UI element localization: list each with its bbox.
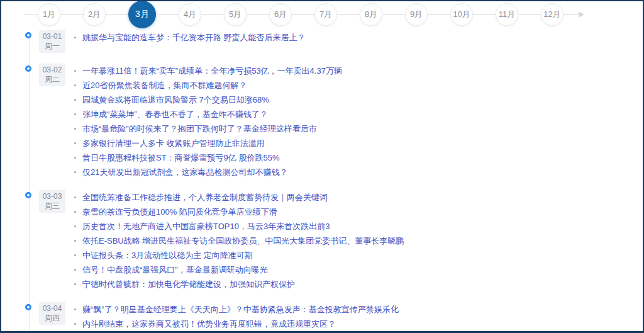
timeline-node-icon [25, 32, 31, 38]
news-item[interactable]: 园城黄金或将面临退市风险警示 7个交易日却涨68% [74, 93, 643, 107]
bullet-icon [74, 196, 76, 198]
timeline-connector-line [428, 14, 450, 15]
bullet-icon [74, 70, 76, 72]
weekday-label: 周二 [40, 75, 64, 84]
month-tab-5[interactable]: 5月 [224, 3, 247, 26]
app-window: 1月2月3月4月5月6月7月8月9月10月11月12月 03-01周一姚振华与宝… [0, 0, 644, 333]
bullet-icon [74, 323, 76, 325]
news-day-group: 03-01周一姚振华与宝能的造车梦：千亿资本开路 野蛮人能否后来居上？ [1, 30, 643, 53]
news-headline-link[interactable]: 仅21天研发出新冠试剂盒，这家毒品检测公司却不赚钱？ [82, 167, 287, 178]
bullet-icon [74, 113, 76, 115]
news-headline-link[interactable]: 一年暴涨11倍！蔚来“卖车”成绩单：全年净亏损53亿，一年卖出4.37万辆 [82, 65, 342, 77]
month-tab-4[interactable]: 4月 [179, 3, 201, 26]
news-item-list: 一年暴涨11倍！蔚来“卖车”成绩单：全年净亏损53亿，一年卖出4.37万辆近20… [74, 64, 643, 179]
bullet-icon [74, 269, 76, 271]
news-item[interactable]: 历史首次！无地产商进入中国富豪榜TOP10，马云3年来首次跌出前3 [74, 219, 643, 234]
month-tab-2[interactable]: 2月 [83, 3, 106, 26]
timeline-connector-line [60, 14, 83, 15]
bullet-icon [74, 37, 76, 38]
timeline-connector-line [201, 14, 224, 15]
timeline-connector-line [473, 14, 496, 15]
news-item[interactable]: 内斗刚结束，这家券商又被罚！优势业务再度犯错，竟成违规重灾区？ [74, 317, 643, 331]
date-label: 03-04 [40, 304, 64, 313]
month-tab-10[interactable]: 10月 [450, 3, 473, 26]
news-item[interactable]: 赚“飘”了？明星基金经理要上《天天向上》？中基协紧急发声：基金投教宣传严禁娱乐化 [74, 302, 643, 317]
month-tab-11[interactable]: 11月 [496, 3, 518, 26]
news-headline-link[interactable]: 信号！中盘股成“最强风口”，基金最新调研动向曝光 [82, 264, 268, 276]
news-headline-link[interactable]: 多家银行清理一人多卡 收紧账户管理防止非法滥用 [82, 138, 265, 149]
timeline-connector-line [106, 14, 128, 15]
month-tab-6[interactable]: 6月 [269, 3, 292, 26]
news-item[interactable]: 奈雪的茶连亏负债超100% 陷同质化竞争单店业绩下滑 [74, 205, 643, 219]
news-item[interactable]: 一年暴涨11倍！蔚来“卖车”成绩单：全年净亏损53亿，一年卖出4.37万辆 [74, 64, 643, 78]
bullet-icon [74, 128, 76, 130]
timeline-node-icon [25, 192, 31, 198]
news-item[interactable]: 中证报头条：3月流动性以稳为主 定向降准可期 [74, 248, 643, 262]
month-tab-12[interactable]: 12月 [541, 3, 564, 26]
news-headline-link[interactable]: 奈雪的茶连亏负债超100% 陷同质化竞争单店业绩下滑 [82, 206, 277, 218]
news-item[interactable]: 市场“最危险”的时候来了？抱团下跌何时了？基金经理这样看后市 [74, 121, 643, 136]
month-tab-1[interactable]: 1月 [38, 3, 60, 26]
bullet-icon [74, 171, 76, 173]
news-headline-link[interactable]: 赚“飘”了？明星基金经理要上《天天向上》？中基协紧急发声：基金投教宣传严禁娱乐化 [82, 304, 399, 315]
bullet-icon [74, 225, 76, 227]
news-headline-link[interactable]: 姚振华与宝能的造车梦：千亿资本开路 野蛮人能否后来居上？ [82, 32, 306, 43]
bullet-icon [74, 157, 76, 159]
news-item[interactable]: 全国统筹准备工作稳步推进，个人养老金制度蓄势待发｜两会关键词 [74, 190, 643, 205]
news-item[interactable]: 近20省份聚焦装备制造，集而不群难题何解？ [74, 78, 643, 93]
bullet-icon [74, 84, 76, 86]
news-item[interactable]: 宁德时代曾毓群：加快电化学储能建设，加强知识产权保护 [74, 277, 643, 291]
date-badge: 03-01周一 [39, 30, 65, 53]
news-headline-link[interactable]: 中证报头条：3月流动性以稳为主 定向降准可期 [82, 250, 253, 261]
date-label: 03-02 [40, 65, 64, 75]
news-day-group: 03-04周四赚“飘”了？明星基金经理要上《天天向上》？中基协紧急发声：基金投教… [1, 302, 643, 333]
news-headline-link[interactable]: 内斗刚结束，这家券商又被罚！优势业务再度犯错，竟成违规重灾区？ [82, 319, 336, 330]
date-badge: 03-03周三 [39, 190, 65, 213]
news-headline-link[interactable]: 依托E-SBU战略 增进民生福祉专访全国政协委员、中国光大集团党委书记、董事长李… [82, 235, 404, 247]
news-headline-link[interactable]: 张坤成“菜菜坤”、春春也不香了，基金咋不赚钱了？ [82, 109, 268, 120]
weekday-label: 周一 [40, 42, 64, 51]
date-label: 03-01 [40, 32, 64, 42]
timeline-node-icon [25, 65, 31, 72]
date-badge: 03-04周四 [39, 302, 65, 325]
news-day-group: 03-02周二一年暴涨11倍！蔚来“卖车”成绩单：全年净亏损53亿，一年卖出4.… [1, 64, 643, 179]
bullet-icon [74, 211, 76, 213]
news-item[interactable]: 仅21天研发出新冠试剂盒，这家毒品检测公司却不赚钱？ [74, 165, 643, 179]
timeline-connector-line [247, 14, 269, 15]
weekday-label: 周四 [40, 313, 64, 323]
news-groups: 03-01周一姚振华与宝能的造车梦：千亿资本开路 野蛮人能否后来居上？03-02… [1, 30, 643, 333]
news-headline-link[interactable]: 市场“最危险”的时候来了？抱团下跌何时了？基金经理这样看后市 [82, 123, 317, 135]
weekday-label: 周三 [40, 201, 64, 211]
timeline-leading-line [24, 14, 38, 15]
news-timeline: 03-01周一姚振华与宝能的造车梦：千亿资本开路 野蛮人能否后来居上？03-02… [1, 28, 643, 332]
bullet-icon [74, 308, 76, 310]
news-headline-link[interactable]: 园城黄金或将面临退市风险警示 7个交易日却涨68% [82, 94, 269, 106]
news-headline-link[interactable]: 历史首次！无地产商进入中国富豪榜TOP10，马云3年来首次跌出前3 [82, 221, 330, 232]
news-item[interactable]: 信号！中盘股成“最强风口”，基金最新调研动向曝光 [74, 262, 643, 277]
month-tab-3-selected[interactable]: 3月 [128, 1, 156, 28]
date-badge: 03-02周二 [39, 64, 65, 86]
news-item[interactable]: 昔日牛股惠程科技被ST：商誉爆雷预亏9亿 股价跌55% [74, 150, 643, 165]
month-tab-9[interactable]: 9月 [405, 3, 428, 26]
bullet-icon [74, 99, 76, 101]
news-item[interactable]: 多家银行清理一人多卡 收紧账户管理防止非法滥用 [74, 136, 643, 150]
timeline-connector-line [518, 14, 541, 15]
month-timeline: 1月2月3月4月5月6月7月8月9月10月11月12月 [1, 1, 643, 28]
timeline-connector-line [337, 14, 360, 15]
month-tab-7[interactable]: 7月 [314, 3, 337, 26]
news-item-list: 全国统筹准备工作稳步推进，个人养老金制度蓄势待发｜两会关键词奈雪的茶连亏负债超1… [74, 190, 643, 291]
news-item-list: 姚振华与宝能的造车梦：千亿资本开路 野蛮人能否后来居上？ [74, 30, 643, 45]
next-months-arrow-icon[interactable] [579, 11, 584, 18]
news-headline-link[interactable]: 近20省份聚焦装备制造，集而不群难题何解？ [82, 80, 247, 91]
news-headline-link[interactable]: 宁德时代曾毓群：加快电化学储能建设，加强知识产权保护 [82, 279, 295, 290]
month-tab-8[interactable]: 8月 [360, 3, 382, 26]
bullet-icon [74, 240, 76, 242]
news-item[interactable]: 依托E-SBU战略 增进民生福祉专访全国政协委员、中国光大集团党委书记、董事长李… [74, 234, 643, 248]
date-label: 03-03 [40, 192, 64, 201]
news-item[interactable]: 张坤成“菜菜坤”、春春也不香了，基金咋不赚钱了？ [74, 107, 643, 121]
news-item[interactable]: 姚振华与宝能的造车梦：千亿资本开路 野蛮人能否后来居上？ [74, 30, 643, 45]
bullet-icon [74, 254, 76, 256]
news-item-list: 赚“飘”了？明星基金经理要上《天天向上》？中基协紧急发声：基金投教宣传严禁娱乐化… [74, 302, 643, 333]
news-headline-link[interactable]: 全国统筹准备工作稳步推进，个人养老金制度蓄势待发｜两会关键词 [82, 192, 328, 203]
news-headline-link[interactable]: 昔日牛股惠程科技被ST：商誉爆雷预亏9亿 股价跌55% [82, 152, 279, 164]
